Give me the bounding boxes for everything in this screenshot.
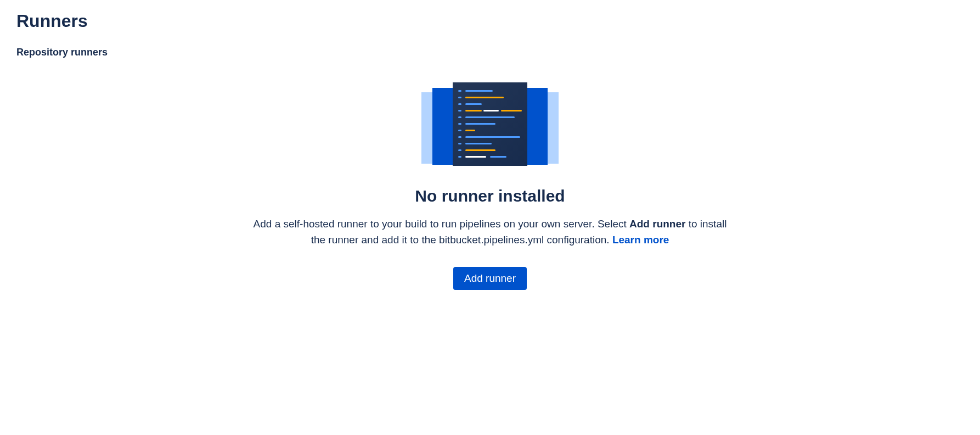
svg-rect-21: [465, 130, 475, 131]
svg-rect-26: [458, 149, 461, 151]
page-title: Runners: [16, 11, 964, 31]
empty-state-title: No runner installed: [415, 187, 565, 205]
svg-rect-16: [458, 116, 461, 118]
code-editor-illustration-icon: [413, 80, 567, 170]
svg-rect-11: [465, 103, 482, 105]
svg-rect-23: [465, 136, 520, 138]
svg-rect-20: [458, 130, 461, 131]
svg-rect-28: [458, 156, 461, 158]
svg-rect-30: [490, 156, 506, 158]
svg-rect-24: [458, 143, 461, 144]
svg-rect-19: [465, 123, 495, 125]
svg-rect-18: [458, 123, 461, 125]
svg-rect-22: [458, 136, 461, 138]
learn-more-link[interactable]: Learn more: [612, 234, 669, 246]
svg-rect-15: [501, 110, 522, 111]
description-bold: Add runner: [629, 218, 685, 230]
svg-rect-29: [465, 156, 486, 158]
description-text-1: Add a self-hosted runner to your build t…: [254, 218, 629, 230]
svg-rect-8: [458, 97, 461, 98]
empty-state-description: Add a self-hosted runner to your build t…: [249, 216, 731, 248]
svg-rect-25: [465, 143, 492, 144]
svg-rect-10: [458, 103, 461, 105]
svg-rect-6: [458, 90, 461, 92]
svg-rect-13: [465, 110, 482, 111]
section-title: Repository runners: [16, 47, 964, 58]
empty-state-container: No runner installed Add a self-hosted ru…: [243, 80, 737, 290]
svg-rect-12: [458, 110, 461, 111]
svg-rect-17: [465, 116, 515, 118]
svg-rect-9: [465, 97, 504, 98]
add-runner-button[interactable]: Add runner: [453, 267, 527, 290]
svg-rect-14: [483, 110, 499, 111]
svg-rect-27: [465, 149, 495, 151]
svg-rect-7: [465, 90, 493, 92]
